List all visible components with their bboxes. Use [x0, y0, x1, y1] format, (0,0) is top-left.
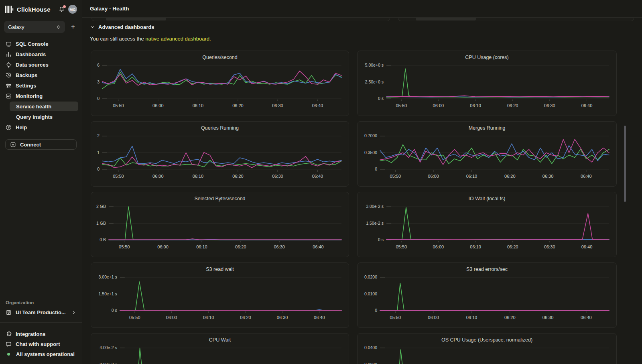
chart-title: OS CPU Usage (Userspace, normalized) [358, 333, 616, 343]
sidebar-item-label: Backups [16, 72, 37, 78]
notifications-bell-icon[interactable] [59, 6, 65, 12]
section-advanced-dashboards[interactable]: Advanced dashboards [90, 24, 154, 30]
chart-title: IO Wait (local fs) [358, 192, 616, 202]
sidebar-item-backups[interactable]: Backups [0, 70, 82, 80]
chart-canvas[interactable]: 4.00e-2 s2.00e-2 s0 s05:5006:0006:1006:2… [93, 344, 346, 364]
sidebar-item-query-insights[interactable]: Query insights [0, 112, 82, 122]
chart-canvas[interactable]: 0.04000.0200005:5006:0006:1006:2006:3006… [360, 344, 614, 364]
series-line-magenta [109, 239, 341, 240]
series-line-blue [102, 146, 341, 165]
svg-text:06:40: 06:40 [313, 244, 323, 249]
sidebar-item-all-systems-operational[interactable]: All systems operational [0, 349, 82, 359]
svg-text:06:00: 06:00 [166, 315, 177, 320]
settings-icon [6, 83, 12, 89]
chart-title: Queries Running [91, 122, 349, 131]
organization-name: UI Team Productio... [16, 309, 66, 315]
content-scroll-area[interactable]: Advanced dashboards You can still access… [82, 18, 642, 364]
partial-card-fragment [91, 18, 390, 21]
svg-text:0.0200: 0.0200 [364, 275, 377, 280]
svg-text:06:30: 06:30 [544, 244, 555, 249]
chart-card-os-cpu-usage-userspace-normalized: OS CPU Usage (Userspace, normalized)0.04… [357, 333, 617, 364]
svg-text:05:50: 05:50 [113, 103, 124, 108]
svg-text:0 s: 0 s [378, 238, 384, 242]
svg-text:06:30: 06:30 [272, 103, 283, 108]
chart-title: Selected Bytes/second [91, 192, 349, 202]
chevron-up-down-icon [56, 24, 61, 30]
chart-canvas[interactable]: 3.00e+1 s1.50e+1 s0 s05:5006:0006:1006:2… [93, 273, 346, 326]
series-line-green [120, 348, 341, 364]
svg-text:06:00: 06:00 [157, 244, 168, 249]
svg-text:06:20: 06:20 [232, 103, 243, 108]
chart-card-s3-read-errors-sec: S3 read errors/sec0.02000.0100005:5006:0… [357, 262, 617, 328]
svg-text:1: 1 [97, 150, 100, 155]
chart-canvas[interactable]: 5.00e+0 s2.50e+0 s0 s05:5006:0006:1006:2… [360, 61, 614, 114]
service-select-row: Galaxy + [4, 21, 77, 33]
status-dot [7, 353, 10, 356]
svg-text:05:50: 05:50 [396, 244, 407, 249]
sidebar-item-label: Data sources [16, 62, 49, 68]
svg-text:06:10: 06:10 [466, 315, 477, 320]
svg-text:05:50: 05:50 [113, 174, 124, 179]
chart-card-queries-running: Queries Running21005:5006:0006:1006:2006… [91, 121, 349, 187]
sidebar-item-dashboards[interactable]: Dashboards [0, 49, 82, 59]
chart-canvas[interactable]: 63005:5006:0006:1006:2006:3006:40 [93, 61, 346, 114]
svg-text:06:00: 06:00 [433, 244, 444, 249]
sidebar-item-service-health[interactable]: Service health [10, 102, 78, 111]
svg-text:06:30: 06:30 [274, 244, 284, 249]
chart-canvas[interactable]: 3.00e-2 s1.50e-2 s0 s05:5006:0006:1006:2… [360, 203, 614, 256]
svg-text:0: 0 [97, 167, 100, 171]
chart-card-cpu-usage-cores: CPU Usage (cores)5.00e+0 s2.50e+0 s0 s05… [357, 51, 617, 116]
chart-title: Queries/second [91, 51, 349, 61]
chart-canvas[interactable]: 2 GB1 GB0 B05:5006:0006:1006:2006:3006:4… [93, 203, 346, 256]
svg-text:0 s: 0 s [378, 96, 384, 101]
svg-text:06:30: 06:30 [277, 315, 288, 320]
monitoring-icon [6, 93, 12, 99]
advanced-dashboard-note: You can still access the native advanced… [90, 36, 642, 42]
add-service-button[interactable]: + [69, 23, 77, 31]
series-line-magenta [380, 139, 609, 165]
svg-text:3: 3 [97, 80, 100, 84]
sidebar-item-label: SQL Console [16, 41, 48, 47]
svg-text:1.50e+1 s: 1.50e+1 s [99, 292, 117, 296]
dashboards-icon [6, 51, 12, 57]
sidebar-item-settings[interactable]: Settings [0, 80, 82, 91]
svg-text:05:50: 05:50 [396, 103, 407, 108]
service-selector[interactable]: Galaxy [4, 21, 65, 33]
user-avatar[interactable]: MG [68, 5, 77, 14]
organization-switcher[interactable]: UI Team Productio... [6, 309, 76, 315]
section-title: Advanced dashboards [98, 24, 154, 30]
charts-grid: Queries/second63005:5006:0006:1006:2006:… [91, 51, 642, 364]
svg-text:4.00e-2 s: 4.00e-2 s [100, 346, 117, 350]
native-dashboard-link[interactable]: native advanced dashboard. [145, 36, 211, 42]
organization-heading: Organization [6, 300, 82, 305]
svg-text:06:30: 06:30 [542, 315, 554, 320]
svg-text:0 s: 0 s [112, 308, 117, 313]
chevron-down-icon [90, 24, 95, 30]
svg-text:0: 0 [375, 167, 377, 172]
svg-text:06:40: 06:40 [581, 315, 592, 320]
sidebar-item-data-sources[interactable]: Data sources [0, 59, 82, 70]
vertical-scrollbar-thumb[interactable] [624, 126, 626, 202]
chart-canvas[interactable]: 0.70000.3500005:5006:0006:1006:2006:3006… [360, 132, 614, 185]
sidebar-item-chat-with-support[interactable]: Chat with support [0, 339, 82, 349]
sidebar-item-monitoring[interactable]: Monitoring [0, 91, 82, 101]
sidebar-item-help[interactable]: Help [0, 122, 82, 132]
chart-title: Merges Running [358, 122, 616, 131]
connect-label: Connect [20, 142, 41, 148]
chart-canvas[interactable]: 0.02000.0100005:5006:0006:1006:2006:3006… [360, 273, 614, 326]
chart-card-merges-running: Merges Running0.70000.3500005:5006:0006:… [357, 121, 617, 187]
page-title: Galaxy - Health [90, 6, 129, 12]
sidebar-item-sql-console[interactable]: SQL Console [0, 39, 82, 49]
service-selector-value: Galaxy [8, 24, 24, 30]
connect-button[interactable]: Connect [5, 139, 77, 150]
svg-text:2 GB: 2 GB [96, 204, 106, 209]
chart-title: S3 read wait [91, 263, 349, 272]
sidebar-item-integrations[interactable]: Integrations [0, 329, 82, 339]
svg-text:05:50: 05:50 [390, 315, 401, 320]
series-line-green [120, 282, 341, 310]
chart-canvas[interactable]: 21005:5006:0006:1006:2006:3006:40 [93, 132, 346, 185]
svg-text:0 B: 0 B [100, 238, 106, 242]
svg-text:06:00: 06:00 [428, 174, 439, 179]
brand-row: ClickHouse MG [0, 0, 82, 14]
sidebar: ClickHouse MG Galaxy + SQL ConsoleDashbo… [0, 0, 82, 364]
